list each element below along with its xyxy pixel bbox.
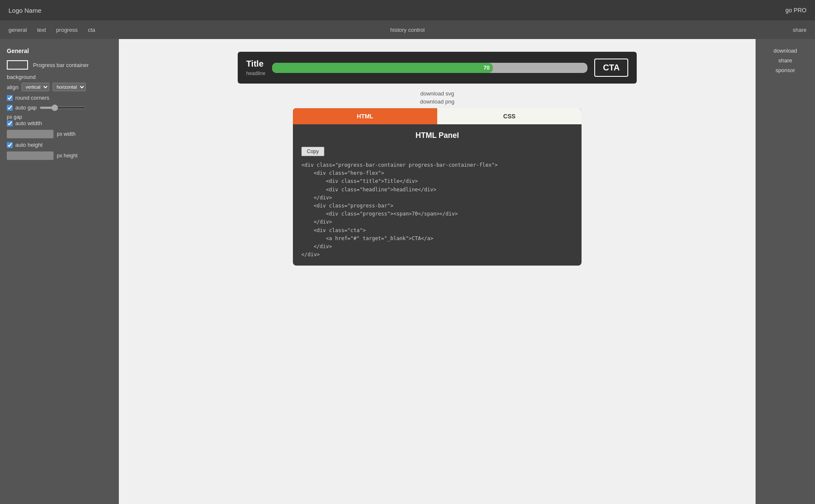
round-corners-label: round corners <box>15 95 49 101</box>
logo-name: Logo Name <box>8 7 42 14</box>
px-width-label: px width <box>57 131 76 137</box>
preview-widget: Title headline 70 CTA <box>238 52 637 84</box>
round-corners-row: round corners <box>7 95 112 101</box>
center-area: Title headline 70 CTA download svg downl… <box>119 39 756 504</box>
code-body: HTML Panel Copy <div class="progress-bar… <box>293 124 582 266</box>
preview-text-block: Title headline <box>246 59 265 76</box>
preview-bar-value: 70 <box>483 64 489 71</box>
px-height-row: px height <box>7 151 112 160</box>
tab-progress[interactable]: progress <box>56 25 78 35</box>
download-svg-button[interactable]: download svg <box>420 90 454 97</box>
code-panel-title: HTML Panel <box>301 131 573 140</box>
auto-gap-slider[interactable] <box>39 106 86 109</box>
tab-html[interactable]: HTML <box>293 108 437 124</box>
auto-height-label: auto height <box>15 142 42 148</box>
auto-gap-row: auto gap <box>7 104 112 111</box>
right-sidebar: download share sponsor <box>756 39 815 504</box>
round-corners-checkbox[interactable] <box>7 95 13 101</box>
tab-general[interactable]: general <box>8 25 27 35</box>
auto-height-checkbox[interactable] <box>7 142 13 148</box>
gopro-button[interactable]: go PRO <box>785 7 807 14</box>
preview-headline: headline <box>246 70 265 76</box>
px-height-label: px height <box>57 153 78 159</box>
preview-title: Title <box>246 59 265 69</box>
auto-gap-checkbox[interactable] <box>7 105 13 111</box>
copy-button[interactable]: Copy <box>301 147 324 156</box>
preview-bar-block: 70 <box>272 63 587 73</box>
tab-css[interactable]: CSS <box>437 108 582 124</box>
share-action[interactable]: share <box>778 57 793 64</box>
align-row: align vertical horizontal <box>7 83 112 91</box>
download-png-button[interactable]: download png <box>420 98 455 105</box>
preview-cta[interactable]: CTA <box>594 59 628 77</box>
auto-gap-label: auto gap <box>15 104 37 111</box>
main-content: General Progress bar container backgroun… <box>0 39 815 504</box>
code-tabs: HTML CSS <box>293 108 582 124</box>
px-height-input[interactable] <box>7 151 53 160</box>
sidebar-title: General <box>7 48 112 54</box>
align-label: align <box>7 84 18 90</box>
horizontal-dropdown[interactable]: horizontal <box>53 83 86 91</box>
px-width-input[interactable] <box>7 130 53 138</box>
tab-text[interactable]: text <box>37 25 46 35</box>
vertical-dropdown[interactable]: vertical <box>22 83 49 91</box>
progress-bar-container-label: Progress bar container <box>33 62 89 68</box>
progress-bar-preview-box <box>7 60 28 70</box>
auto-width-checkbox[interactable] <box>7 120 13 126</box>
sponsor-action[interactable]: sponsor <box>776 67 795 73</box>
history-control[interactable]: history control <box>391 27 425 33</box>
px-width-row: px width <box>7 130 112 138</box>
auto-width-label: auto witdth <box>15 120 42 126</box>
sidebar: General Progress bar container backgroun… <box>0 39 119 504</box>
download-buttons: download svg download png <box>420 90 455 105</box>
auto-height-row: auto height <box>7 142 112 148</box>
preview-bar-inner: 70 <box>272 63 493 73</box>
preview-bar-outer: 70 <box>272 63 587 73</box>
share-button[interactable]: share <box>793 27 807 33</box>
download-action[interactable]: download <box>773 48 797 54</box>
code-content: <div class="progress-bar-container progr… <box>301 161 573 259</box>
code-panel: HTML CSS HTML Panel Copy <div class="pro… <box>293 108 582 266</box>
tab-cta[interactable]: cta <box>88 25 95 35</box>
nav-tabs: general text progress cta <box>8 25 95 35</box>
auto-width-row: auto witdth <box>7 120 112 126</box>
top-bar: Logo Name go PRO <box>0 0 815 20</box>
nav-bar: general text progress cta history contro… <box>0 20 815 39</box>
progress-bar-section: Progress bar container <box>7 60 112 70</box>
px-gap-label: px gap <box>7 114 112 120</box>
background-label: background <box>7 74 112 80</box>
